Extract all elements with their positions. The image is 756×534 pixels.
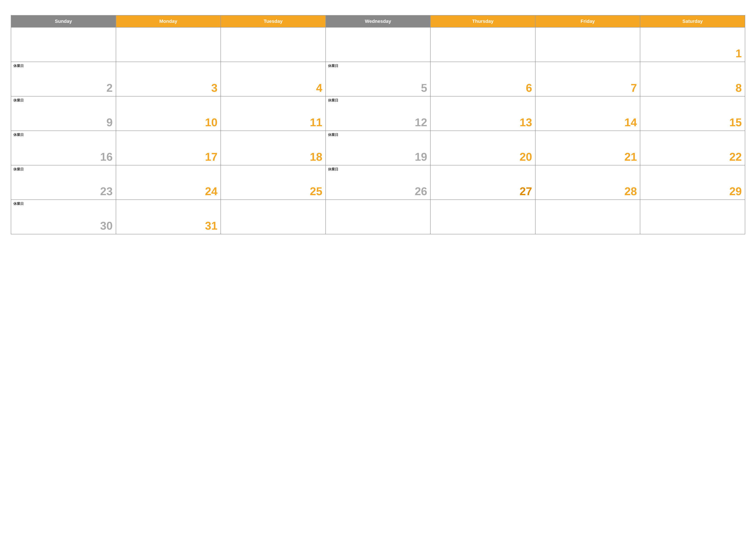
calendar-cell: 27: [430, 165, 535, 200]
calendar-cell: [221, 27, 326, 62]
calendar-cell: 14: [535, 96, 640, 131]
calendar-cell: 10: [116, 96, 221, 131]
day-header-wednesday: Wednesday: [326, 15, 431, 27]
calendar-cell: 休業日19: [326, 131, 431, 165]
calendar-cell: [326, 27, 431, 62]
cell-number: 7: [538, 82, 637, 93]
calendar-cell: 8: [640, 62, 745, 96]
day-header-friday: Friday: [535, 15, 640, 27]
cell-number: 28: [538, 186, 637, 197]
cell-label: 休業日: [328, 167, 338, 172]
cell-number: 25: [223, 186, 322, 197]
calendar-week-row: 休業日232425休業日26272829: [11, 165, 745, 200]
calendar-cell: 15: [640, 96, 745, 131]
cell-number: 23: [14, 186, 113, 197]
calendar-cell: [430, 200, 535, 234]
cell-label: 休業日: [328, 133, 338, 137]
calendar-cell: [640, 200, 745, 234]
cell-label: 休業日: [328, 98, 338, 103]
calendar-week-row: 休業日91011休業日12131415: [11, 96, 745, 131]
calendar-cell: 休業日9: [11, 96, 116, 131]
calendar-cell: [535, 27, 640, 62]
cell-number: 19: [328, 151, 427, 163]
calendar-table: SundayMondayTuesdayWednesdayThursdayFrid…: [11, 15, 745, 234]
cell-number: 14: [538, 117, 637, 128]
cell-number: 18: [223, 151, 322, 163]
calendar-cell: 休業日12: [326, 96, 431, 131]
day-header-monday: Monday: [116, 15, 221, 27]
calendar-body: 1休業日234休業日5678休業日91011休業日12131415休業日1617…: [11, 27, 745, 234]
calendar-cell: 休業日23: [11, 165, 116, 200]
calendar-cell: [221, 200, 326, 234]
calendar-cell: 13: [430, 96, 535, 131]
calendar-cell: 6: [430, 62, 535, 96]
cell-number: 17: [118, 151, 218, 163]
cell-number: 11: [223, 117, 322, 128]
calendar-cell: 28: [535, 165, 640, 200]
cell-label: 休業日: [328, 64, 338, 68]
calendar-cell: 29: [640, 165, 745, 200]
calendar-cell: 22: [640, 131, 745, 165]
calendar-cell: 休業日5: [326, 62, 431, 96]
calendar-week-row: 休業日3031: [11, 200, 745, 234]
calendar-cell: 18: [221, 131, 326, 165]
calendar-cell: 7: [535, 62, 640, 96]
cell-number: 27: [433, 186, 532, 197]
cell-number: 26: [328, 186, 427, 197]
calendar-cell: 3: [116, 62, 221, 96]
cell-number: 16: [14, 151, 113, 163]
day-header-tuesday: Tuesday: [221, 15, 326, 27]
calendar-cell: 25: [221, 165, 326, 200]
cell-number: 4: [223, 82, 322, 93]
cell-number: 13: [433, 117, 532, 128]
calendar-cell: 31: [116, 200, 221, 234]
calendar-cell: 休業日26: [326, 165, 431, 200]
cell-number: 5: [328, 82, 427, 93]
day-header-thursday: Thursday: [430, 15, 535, 27]
cell-number: 2: [14, 82, 113, 93]
calendar-cell: 20: [430, 131, 535, 165]
cell-number: 30: [14, 220, 113, 231]
calendar-cell: [11, 27, 116, 62]
day-header-saturday: Saturday: [640, 15, 745, 27]
cell-label: 休業日: [14, 98, 24, 103]
calendar-cell: 1: [640, 27, 745, 62]
cell-number: 12: [328, 117, 427, 128]
cell-number: 10: [118, 117, 218, 128]
calendar-cell: [326, 200, 431, 234]
calendar-cell: 4: [221, 62, 326, 96]
calendar-week-row: 休業日234休業日5678: [11, 62, 745, 96]
calendar-cell: 休業日30: [11, 200, 116, 234]
cell-label: 休業日: [14, 202, 24, 206]
calendar-week-row: 休業日161718休業日19202122: [11, 131, 745, 165]
calendar-cell: 24: [116, 165, 221, 200]
cell-number: 21: [538, 151, 637, 163]
calendar-header-row: SundayMondayTuesdayWednesdayThursdayFrid…: [11, 15, 745, 27]
cell-number: 22: [642, 151, 742, 163]
calendar-cell: [535, 200, 640, 234]
cell-number: 8: [642, 82, 742, 93]
cell-number: 24: [118, 186, 218, 197]
cell-number: 29: [642, 186, 742, 197]
cell-number: 6: [433, 82, 532, 93]
day-header-sunday: Sunday: [11, 15, 116, 27]
calendar-week-row: 1: [11, 27, 745, 62]
cell-number: 3: [118, 82, 218, 93]
cell-number: 9: [14, 117, 113, 128]
calendar-cell: 17: [116, 131, 221, 165]
cell-number: 15: [642, 117, 742, 128]
calendar-cell: 休業日16: [11, 131, 116, 165]
calendar-cell: 11: [221, 96, 326, 131]
calendar-cell: 休業日2: [11, 62, 116, 96]
cell-number: 20: [433, 151, 532, 163]
cell-number: 31: [118, 220, 218, 231]
cell-label: 休業日: [14, 167, 24, 172]
calendar-cell: [430, 27, 535, 62]
cell-label: 休業日: [14, 133, 24, 137]
calendar-cell: 21: [535, 131, 640, 165]
cell-label: 休業日: [14, 64, 24, 68]
calendar-cell: [116, 27, 221, 62]
cell-number: 1: [642, 48, 742, 59]
